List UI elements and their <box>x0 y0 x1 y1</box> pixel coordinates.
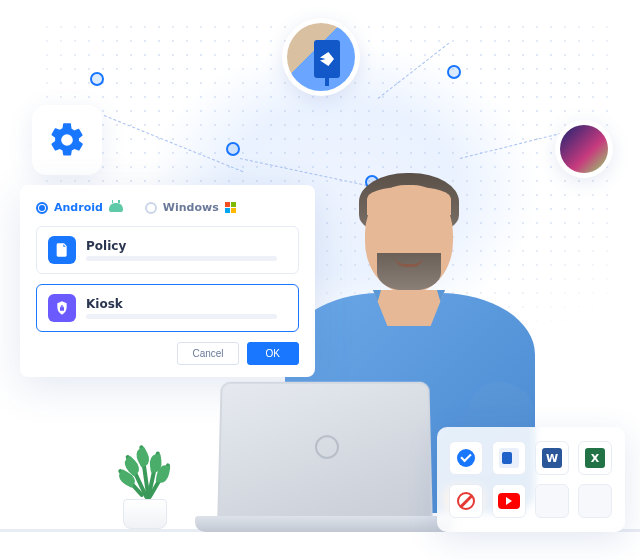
cancel-button[interactable]: Cancel <box>177 342 238 365</box>
map-node <box>90 72 104 86</box>
app-youtube[interactable] <box>492 484 526 518</box>
check-icon <box>457 449 475 467</box>
app-excel[interactable]: X <box>578 441 612 475</box>
word-icon: W <box>542 448 562 468</box>
kiosk-icon <box>48 294 76 322</box>
tab-label: Windows <box>163 201 219 214</box>
app-outlook[interactable] <box>492 441 526 475</box>
signage-icon <box>314 40 340 78</box>
map-node <box>447 65 461 79</box>
map-node <box>226 142 240 156</box>
row-label: Kiosk <box>86 297 287 311</box>
radio-icon <box>145 202 157 214</box>
phone-device-bubble <box>555 120 613 178</box>
tab-windows[interactable]: Windows <box>145 201 236 214</box>
gear-icon <box>47 120 87 160</box>
placeholder-bar <box>86 256 277 261</box>
apps-panel: W X <box>437 427 625 532</box>
laptop-illustration <box>195 372 455 532</box>
app-empty-slot <box>535 484 569 518</box>
tab-label: Android <box>54 201 103 214</box>
signage-device-bubble <box>282 18 360 96</box>
os-tabs: Android Windows <box>36 201 299 214</box>
placeholder-bar <box>86 314 277 319</box>
blocked-indicator <box>449 484 483 518</box>
youtube-icon <box>498 493 520 509</box>
allowed-indicator <box>449 441 483 475</box>
policy-dialog: Android Windows Policy Kiosk Cancel OK <box>20 185 315 377</box>
plant-illustration <box>105 434 185 529</box>
row-label: Policy <box>86 239 287 253</box>
windows-icon <box>225 202 236 213</box>
app-empty-slot <box>578 484 612 518</box>
radio-icon <box>36 202 48 214</box>
allowed-apps-row: W X <box>449 441 613 475</box>
ok-button[interactable]: OK <box>247 342 299 365</box>
block-icon <box>457 492 475 510</box>
app-word[interactable]: W <box>535 441 569 475</box>
outlook-icon <box>499 448 519 468</box>
settings-card <box>32 105 102 175</box>
tab-android[interactable]: Android <box>36 201 123 214</box>
excel-icon: X <box>585 448 605 468</box>
android-icon <box>109 203 123 212</box>
blocked-apps-row <box>449 484 613 518</box>
row-kiosk[interactable]: Kiosk <box>36 284 299 332</box>
row-policy[interactable]: Policy <box>36 226 299 274</box>
policy-icon <box>48 236 76 264</box>
